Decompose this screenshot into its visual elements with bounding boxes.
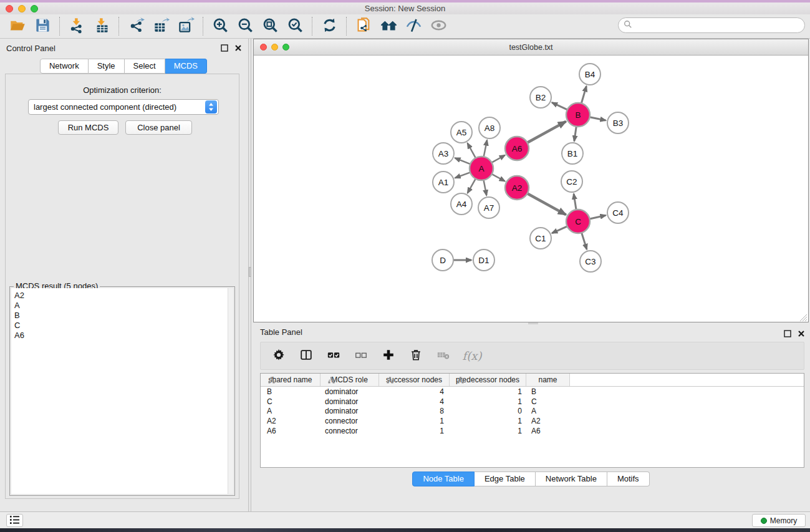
column-header-predecessor-nodes[interactable]: predecessor nodes: [450, 374, 526, 386]
table-cell[interactable]: 4: [379, 397, 450, 406]
table-cell[interactable]: B: [261, 387, 321, 396]
export-image-button[interactable]: [173, 16, 198, 36]
table-tab-network-table[interactable]: Network Table: [536, 472, 607, 486]
table-cell[interactable]: 8: [379, 407, 450, 415]
import-table-button[interactable]: [89, 16, 114, 36]
table-cell[interactable]: C: [261, 397, 321, 406]
deselect-all-columns-button[interactable]: [349, 346, 373, 367]
table-cell[interactable]: A6: [261, 427, 321, 435]
table-row[interactable]: A2connector11A2: [261, 416, 804, 426]
search-input[interactable]: [632, 19, 804, 32]
zoom-out-button[interactable]: [233, 16, 258, 36]
delete-column-button[interactable]: [404, 346, 428, 367]
table-cell[interactable]: 1: [379, 417, 450, 425]
column-header-MCDS-role[interactable]: MCDS role: [321, 374, 379, 386]
vertical-splitter[interactable]: [248, 39, 251, 511]
table-row[interactable]: Bdominator41B: [261, 387, 804, 397]
open-session-button[interactable]: [5, 16, 30, 36]
zoom-in-button[interactable]: [208, 16, 233, 36]
table-cell[interactable]: A: [526, 407, 570, 415]
delete-table-button[interactable]: [432, 346, 455, 367]
import-network-button[interactable]: [64, 16, 89, 36]
close-panel-icon[interactable]: [234, 43, 242, 54]
table-row[interactable]: A6connector11A6: [261, 426, 804, 436]
table-tab-node-table[interactable]: Node Table: [412, 472, 475, 486]
table-tab-motifs[interactable]: Motifs: [607, 472, 650, 486]
criterion-dropdown[interactable]: largest connected component (directed): [28, 99, 219, 115]
table-cell[interactable]: 1: [450, 387, 526, 396]
result-item[interactable]: C: [14, 321, 233, 331]
table-cell[interactable]: 1: [379, 427, 450, 435]
result-item[interactable]: B: [14, 311, 233, 321]
edge-A-A5[interactable]: [468, 143, 476, 158]
home-views-button[interactable]: [376, 16, 401, 36]
table-cell[interactable]: C: [526, 397, 570, 406]
network-window-titlebar[interactable]: testGlobe.txt: [254, 39, 808, 56]
table-row[interactable]: Adominator80A: [261, 406, 804, 416]
table-cell[interactable]: B: [526, 387, 570, 396]
result-scrollbar[interactable]: [228, 288, 233, 494]
new-network-from-file-button[interactable]: [351, 16, 376, 36]
edge-B-B3[interactable]: [590, 117, 606, 120]
edge-C-C4[interactable]: [590, 215, 606, 219]
edge-C-C2[interactable]: [574, 194, 576, 210]
table-cell[interactable]: connector: [321, 417, 379, 425]
edge-B-B1[interactable]: [574, 127, 576, 141]
table-cell[interactable]: A: [261, 407, 321, 415]
export-network-button[interactable]: [123, 16, 148, 36]
table-row[interactable]: Cdominator41C: [261, 397, 804, 407]
memory-button[interactable]: Memory: [752, 514, 806, 527]
table-cell[interactable]: dominator: [321, 387, 379, 396]
float-table-panel-icon[interactable]: [784, 329, 791, 340]
table-cell[interactable]: A2: [261, 417, 321, 425]
edge-A2-C[interactable]: [528, 193, 566, 215]
float-panel-icon[interactable]: [221, 43, 228, 54]
tab-select[interactable]: Select: [125, 59, 165, 74]
table-cell[interactable]: 1: [450, 417, 526, 425]
edge-A-A7[interactable]: [484, 180, 487, 196]
table-cell[interactable]: A6: [526, 427, 570, 435]
table-cell[interactable]: 4: [379, 387, 450, 396]
tab-network[interactable]: Network: [40, 59, 89, 74]
zoom-fit-button[interactable]: [258, 16, 282, 36]
run-mcds-button[interactable]: Run MCDS: [58, 120, 118, 135]
table-cell[interactable]: connector: [321, 427, 379, 435]
close-table-panel-icon[interactable]: [798, 329, 805, 340]
close-panel-button[interactable]: Close panel: [125, 120, 192, 135]
search-field[interactable]: [618, 17, 805, 33]
result-item[interactable]: A2: [14, 291, 233, 301]
window-resize-grip[interactable]: [799, 313, 808, 321]
edge-B-B4[interactable]: [581, 86, 586, 104]
create-column-button[interactable]: [377, 346, 400, 367]
select-all-columns-button[interactable]: [322, 346, 345, 367]
save-session-button[interactable]: [30, 16, 55, 36]
table-cell[interactable]: A2: [526, 417, 570, 425]
apply-layout-button[interactable]: [317, 16, 342, 36]
tab-mcds[interactable]: MCDS: [165, 59, 207, 74]
result-item[interactable]: A: [14, 301, 233, 311]
table-settings-button[interactable]: [267, 346, 291, 367]
table-cell[interactable]: dominator: [321, 397, 379, 406]
node-table[interactable]: shared nameMCDS rolesuccessor nodesprede…: [260, 373, 804, 468]
edge-A6-B[interactable]: [528, 122, 566, 143]
export-table-button[interactable]: [148, 16, 173, 36]
edge-C-C3[interactable]: [582, 233, 587, 249]
column-header-successor-nodes[interactable]: successor nodes: [379, 374, 450, 386]
table-cell[interactable]: dominator: [321, 407, 379, 415]
network-canvas[interactable]: AA1A2A3A4A5A6A7A8BB1B2B3B4CC1C2C3C4DD1: [254, 56, 808, 322]
edge-A-A6[interactable]: [492, 155, 505, 163]
edge-C-C1[interactable]: [552, 226, 567, 233]
table-cell[interactable]: 1: [450, 397, 526, 406]
column-header-shared-name[interactable]: shared name: [261, 374, 321, 386]
table-tab-edge-table[interactable]: Edge Table: [475, 472, 536, 486]
table-cell[interactable]: 0: [450, 407, 526, 415]
mcds-result-list[interactable]: A2ABCA6: [11, 288, 233, 494]
table-cell[interactable]: 1: [450, 427, 526, 435]
function-builder-button[interactable]: f(x): [459, 346, 483, 367]
zoom-selected-button[interactable]: [282, 16, 307, 36]
split-view-button[interactable]: [294, 346, 318, 367]
edge-A-A8[interactable]: [484, 140, 487, 157]
edge-A-A3[interactable]: [455, 158, 471, 164]
hide-graphics-button[interactable]: [401, 16, 426, 36]
edge-A-A2[interactable]: [492, 174, 505, 181]
